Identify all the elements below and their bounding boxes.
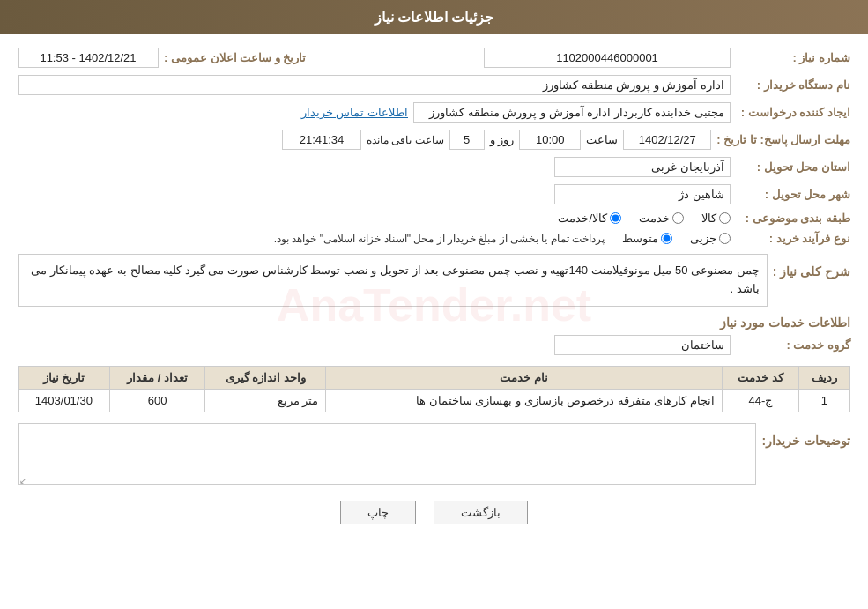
buyer-desc-section: توضیحات خریدار: ↙	[18, 423, 850, 487]
buyer-desc-textarea[interactable]	[18, 423, 756, 485]
requester-value: مجتبی خدابنده کاربردار اداره آموزش و پرو…	[413, 102, 731, 123]
requester-label: ایجاد کننده درخواست :	[736, 106, 850, 119]
buttons-row: بازگشت چاپ	[18, 501, 850, 538]
category-khedmat-label: خدمت	[639, 212, 670, 225]
reply-remained-label: ساعت باقی مانده	[367, 134, 444, 146]
purchase-type-note: پرداخت تمام یا بخشی از مبلغ خریدار از مح…	[274, 233, 605, 245]
announce-datetime-label: تاریخ و ساعت اعلان عمومی :	[164, 51, 306, 64]
need-desc-label: شرح کلی نیاز :	[773, 264, 850, 279]
category-kala-label: کالا	[701, 212, 716, 225]
page-title: جزئیات اطلاعات نیاز	[375, 10, 494, 25]
cell-date: 1403/01/30	[19, 390, 110, 412]
need-number-value: 1102000446000001	[484, 48, 731, 68]
reply-days-value: 5	[449, 130, 485, 150]
page-header: جزئیات اطلاعات نیاز	[0, 0, 868, 34]
col-header-code: کد خدمت	[723, 367, 799, 390]
cell-unit: متر مربع	[205, 390, 326, 412]
services-table: ردیف کد خدمت نام خدمت واحد اندازه گیری ت…	[18, 366, 850, 412]
requester-link[interactable]: اطلاعات تماس خریدار	[301, 106, 408, 119]
print-button[interactable]: چاپ	[340, 501, 416, 524]
back-button[interactable]: بازگشت	[434, 501, 528, 524]
col-header-name: نام خدمت	[326, 367, 723, 390]
need-number-label: شماره نیاز :	[736, 51, 850, 64]
delivery-city-label: شهر محل تحویل :	[736, 188, 850, 201]
services-table-section: ردیف کد خدمت نام خدمت واحد اندازه گیری ت…	[18, 366, 850, 412]
table-row: 1 ج-44 انجام کارهای متفرقه درخصوص بازساز…	[19, 390, 850, 412]
reply-date-value: 1402/12/27	[623, 130, 711, 150]
delivery-city-value: شاهین دژ	[554, 184, 731, 204]
col-header-qty: تعداد / مقدار	[109, 367, 205, 390]
category-option-kala[interactable]: کالا	[701, 212, 731, 225]
reply-time-label: ساعت	[586, 133, 618, 146]
reply-time-value: 10:00	[519, 130, 581, 150]
need-desc-value: چمن مصنوعی 50 میل مونوفیلامنت 140تهیه و …	[18, 254, 768, 307]
reply-deadline-label: مهلت ارسال پاسخ: تا تاریخ :	[716, 133, 850, 146]
col-header-row: ردیف	[798, 367, 849, 390]
services-section-label: اطلاعات خدمات مورد نیاز	[18, 316, 850, 330]
service-group-label: گروه خدمت :	[736, 338, 850, 352]
category-kala-khedmat-label: کالا/خدمت	[558, 212, 607, 225]
buyer-desc-label: توضیحات خریدار:	[761, 434, 850, 448]
purchase-type-motevaset-label: متوسط	[622, 232, 658, 245]
category-option-kala-khedmat[interactable]: کالا/خدمت	[558, 212, 621, 225]
col-header-date: تاریخ نیاز	[19, 367, 110, 390]
cell-name: انجام کارهای متفرقه درخصوص بازسازی و بهس…	[326, 390, 723, 412]
purchase-type-jozi-label: جزیی	[690, 232, 716, 245]
buyer-org-label: نام دستگاه خریدار :	[736, 78, 850, 92]
cell-code: ج-44	[723, 390, 799, 412]
cell-row: 1	[798, 390, 849, 412]
purchase-type-jozi[interactable]: جزیی	[690, 232, 731, 245]
service-group-value: ساختمان	[554, 335, 731, 355]
delivery-province-value: آذربایجان غربی	[554, 157, 731, 177]
col-header-unit: واحد اندازه گیری	[205, 367, 326, 390]
reply-remained-value: 21:41:34	[282, 130, 361, 150]
purchase-type-label: نوع فرآیند خرید :	[736, 232, 850, 245]
reply-days-label: روز و	[490, 133, 515, 146]
announce-datetime-value: 1402/12/21 - 11:53	[18, 48, 159, 68]
buyer-org-value: اداره آموزش و پرورش منطقه کشاورز	[18, 75, 731, 95]
category-option-khedmat[interactable]: خدمت	[639, 212, 684, 225]
delivery-province-label: استان محل تحویل :	[736, 160, 850, 174]
cell-qty: 600	[109, 390, 205, 412]
category-label: طبقه بندی موضوعی :	[736, 212, 850, 225]
purchase-type-motevaset[interactable]: متوسط	[622, 232, 672, 245]
